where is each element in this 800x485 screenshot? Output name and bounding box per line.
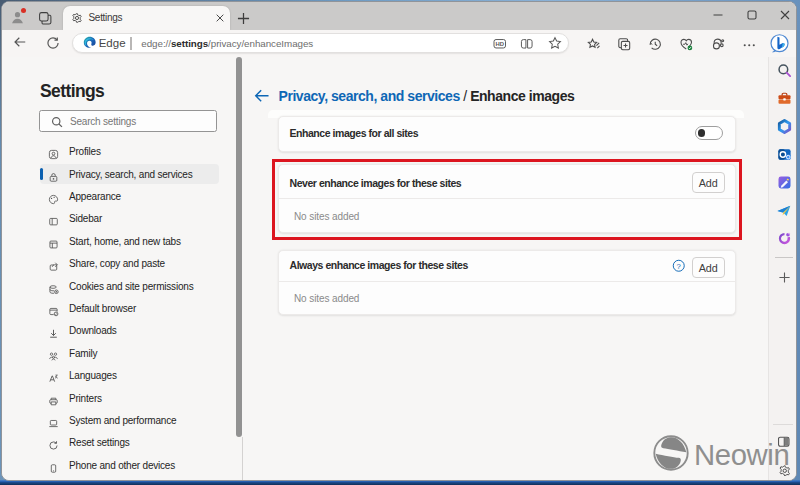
- svg-text:HD: HD: [495, 40, 504, 46]
- svg-text:?: ?: [677, 261, 681, 270]
